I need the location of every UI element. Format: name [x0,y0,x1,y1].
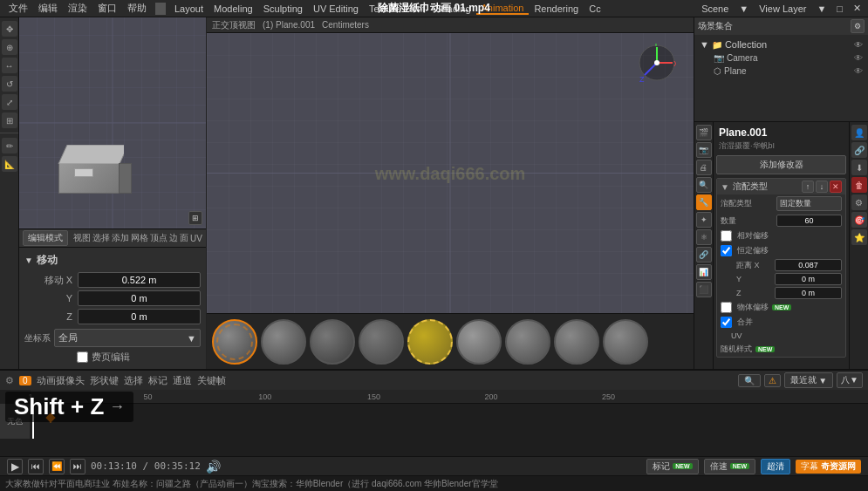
action-delete-icon[interactable]: 🗑 [851,177,867,193]
action-star-icon[interactable]: ⭐ [851,229,867,245]
timeline-menu-mark[interactable]: 标记 [148,374,167,387]
collection-arrow[interactable]: ▼ [700,39,709,50]
viewport-icon[interactable]: ⊞ [188,211,202,225]
material-sphere-2[interactable] [310,319,355,365]
action-target-icon[interactable]: 🎯 [851,212,867,228]
scene-dropdown[interactable]: ▼ [735,3,752,14]
tool-transform[interactable]: ⊞ [2,113,17,128]
menu-window[interactable]: 窗口 [92,2,122,15]
const-z-value[interactable]: 0 m [775,287,842,299]
move-z-value[interactable]: 0 m [78,309,201,324]
props-modifier-icon[interactable]: 🔧 [696,194,712,210]
menu-file[interactable]: 文件 [3,2,33,15]
timeline-recent-btn[interactable]: 最近就▼ [784,372,833,388]
plane-visibility-icon[interactable]: 👁 [854,66,863,76]
vert-tab[interactable]: 顶点 [150,232,167,244]
tool-rotate[interactable]: ↺ [2,76,17,92]
modifier-arrow[interactable]: ▼ [721,182,729,192]
props-material-icon[interactable]: ⬛ [696,282,712,297]
timeline-menu-animation[interactable]: 动画摄像头 [37,374,85,387]
modifier-move-down[interactable]: ↓ [816,181,828,193]
count-value[interactable]: 60 [776,215,842,227]
action-link-icon[interactable]: 🔗 [851,142,867,158]
timeline-settings-icon[interactable]: ⚙ [5,375,14,386]
uv-tab[interactable]: UV [190,234,202,243]
logo-area[interactable]: 字幕 奇资源网 [796,460,861,474]
props-particles-icon[interactable]: ✦ [696,212,712,228]
prev-frame-button[interactable]: ⏮ [28,459,44,474]
timeline-filter-btn[interactable]: 🔍 [738,374,761,387]
tool-scale[interactable]: ⤢ [2,94,17,110]
material-sphere-5[interactable] [456,319,502,365]
menu-render[interactable]: 渲染 [63,2,92,15]
camera-item[interactable]: 📷 Camera 👁 [698,51,865,65]
add-modifier-btn[interactable]: 添加修改器 [716,155,846,174]
modifier-move-up[interactable]: ↑ [802,181,814,193]
material-sphere-6[interactable] [505,319,550,365]
mode-select[interactable]: 编辑模式 [23,230,68,246]
timeline-warning-btn[interactable]: ⚠ [764,374,781,387]
timeline-num-btn[interactable]: 八▼ [837,372,863,388]
props-view-icon[interactable]: 🔍 [696,177,712,193]
menu-layout[interactable]: Layout [169,3,208,14]
material-sphere-3[interactable] [359,319,404,365]
menu-rendering[interactable]: Rendering [529,3,584,14]
material-sphere-7[interactable] [554,319,599,365]
props-render-icon[interactable]: 📷 [696,142,712,158]
modifier-delete-btn[interactable]: ✕ [830,181,842,193]
match-type-value[interactable]: 固定数量 [776,196,842,211]
3d-viewport-thumbnail[interactable]: ⊞ [19,17,206,228]
merge-checkbox[interactable] [721,317,732,328]
select-tab[interactable]: 选择 [92,232,110,244]
material-sphere-1[interactable] [261,319,306,365]
collection-settings-btn[interactable]: ⚙ [851,19,865,33]
menu-modeling[interactable]: Modeling [208,3,258,14]
menu-uv-editing[interactable]: UV Editing [308,3,364,14]
close-button[interactable]: ✕ [850,3,865,14]
timeline-menu-shape[interactable]: 形状键 [90,374,119,387]
material-sphere-0[interactable] [212,319,257,365]
menu-cc[interactable]: Cc [584,3,605,14]
action-download-icon[interactable]: ⬇ [851,160,867,175]
mark-btn[interactable]: 标记 NEW [646,459,698,474]
tool-cursor[interactable]: ⊕ [2,39,17,55]
timeline-track[interactable] [31,404,868,439]
move-y-value[interactable]: 0 m [78,290,201,306]
view-layer-dropdown[interactable]: ▼ [813,3,830,14]
tool-measure[interactable]: 📐 [2,156,17,172]
coord-select[interactable]: 全局 ▼ [54,329,201,347]
camera-visibility-icon[interactable]: 👁 [854,53,863,63]
props-output-icon[interactable]: 🖨 [696,160,712,175]
move-x-value[interactable]: 0.522 m [78,272,201,288]
props-constraints-icon[interactable]: 🔗 [696,247,712,263]
object-offset-checkbox[interactable] [721,302,732,313]
timeline-menu-keyframe[interactable]: 关键帧 [197,374,226,387]
menu-edit[interactable]: 编辑 [33,2,63,15]
face-tab[interactable]: 面 [180,232,188,244]
material-sphere-8[interactable] [603,319,648,365]
action-settings-icon[interactable]: ⚙ [851,194,867,210]
const-x-value[interactable]: 0.087 [775,259,842,271]
menu-help[interactable]: 帮助 [122,2,152,15]
rewind-button[interactable]: ⏪ [49,459,65,474]
relative-offset-checkbox[interactable] [721,230,732,242]
tool-move[interactable]: ↔ [2,58,17,73]
tool-select[interactable]: ✥ [2,21,17,37]
tool-annotate[interactable]: ✏ [2,138,17,153]
play-button[interactable]: ▶ [7,459,23,474]
main-viewport[interactable]: X Y Z www.daqi666.com [207,33,694,313]
hd-btn[interactable]: 超清 [761,459,790,474]
const-y-value[interactable]: 0 m [775,273,842,285]
feiye-checkbox[interactable] [77,351,88,363]
volume-icon[interactable]: 🔊 [206,460,221,474]
mesh-tab[interactable]: 网格 [131,232,148,244]
plane-item[interactable]: ⬡ Plane 👁 [698,65,865,78]
speed-btn[interactable]: 倍速 NEW [704,459,755,474]
add-tab[interactable]: 添加 [112,232,129,244]
props-physics-icon[interactable]: ⚛ [696,229,712,245]
collection-visibility-icon[interactable]: 👁 [854,40,863,50]
minimize-button[interactable]: □ [833,3,846,14]
next-frame-button[interactable]: ⏭ [70,459,85,474]
props-data-icon[interactable]: 📊 [696,264,712,280]
timeline-menu-channel[interactable]: 通道 [173,374,192,387]
